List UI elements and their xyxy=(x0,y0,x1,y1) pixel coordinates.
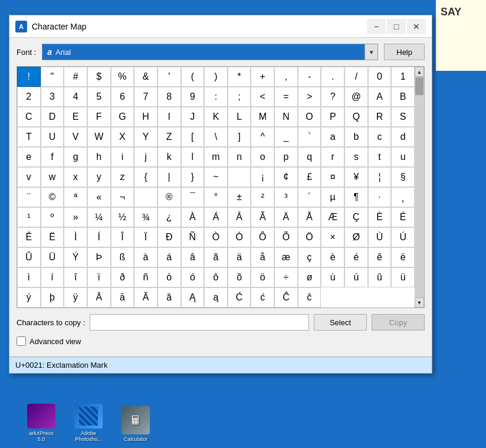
char-cell[interactable]: A xyxy=(368,87,392,107)
char-cell[interactable]: ù xyxy=(321,267,344,287)
char-grid-scrollbar[interactable]: ▲ ▼ xyxy=(415,67,424,308)
char-cell[interactable]: Ö xyxy=(298,227,321,247)
char-cell[interactable]: ` xyxy=(298,127,321,147)
char-cell[interactable]: $ xyxy=(87,67,111,87)
char-cell[interactable]: % xyxy=(111,67,134,87)
char-cell[interactable]: 4 xyxy=(64,87,87,107)
char-cell[interactable]: J xyxy=(181,107,205,127)
char-cell[interactable]: G xyxy=(111,107,134,127)
char-cell[interactable]: õ xyxy=(228,267,251,287)
copy-button[interactable]: Copy xyxy=(372,314,425,331)
char-cell[interactable]: æ xyxy=(274,247,298,267)
char-cell[interactable]: h xyxy=(87,147,111,167)
char-cell[interactable]: Ñ xyxy=(181,227,205,247)
char-cell[interactable]: U xyxy=(41,127,64,147)
char-cell[interactable]: s xyxy=(344,147,368,167)
char-cell[interactable]: F xyxy=(87,107,111,127)
char-cell[interactable]: P xyxy=(321,107,344,127)
char-cell[interactable]: ~ xyxy=(204,167,228,187)
char-cell[interactable]: ¤ xyxy=(321,167,344,187)
char-cell[interactable]: L xyxy=(228,107,251,127)
char-cell[interactable]: ¶ xyxy=(344,187,368,207)
minimize-button[interactable]: − xyxy=(367,19,386,34)
char-cell[interactable]: Ĉ xyxy=(274,287,298,308)
char-cell[interactable]: O xyxy=(298,107,321,127)
char-cell[interactable]: [ xyxy=(181,127,205,147)
char-cell[interactable]: p xyxy=(274,147,298,167)
char-cell[interactable]: i xyxy=(111,147,134,167)
char-cell[interactable]: 2 xyxy=(17,87,41,107)
char-cell[interactable]: b xyxy=(344,127,368,147)
help-button[interactable]: Help xyxy=(384,44,425,60)
char-cell[interactable]: Å xyxy=(298,207,321,227)
char-cell[interactable]: Õ xyxy=(274,227,298,247)
char-cell[interactable]: ½ xyxy=(111,207,134,227)
char-cell[interactable]: Þ xyxy=(87,247,111,267)
maximize-button[interactable]: □ xyxy=(387,19,406,34)
char-cell[interactable]: y xyxy=(87,167,111,187)
char-cell[interactable]: " xyxy=(41,67,64,87)
char-cell[interactable]: Ć xyxy=(228,287,251,308)
char-cell[interactable]: ´ xyxy=(298,187,321,207)
char-cell[interactable]: 9 xyxy=(181,87,205,107)
char-cell[interactable]: _ xyxy=(274,127,298,147)
char-cell[interactable]: / xyxy=(344,67,368,87)
char-cell[interactable]: þ xyxy=(41,287,64,308)
char-cell[interactable]: ý xyxy=(17,287,41,308)
char-cell[interactable]: ÷ xyxy=(274,267,298,287)
char-cell[interactable]: g xyxy=(64,147,87,167)
advanced-view-label[interactable]: Advanced view xyxy=(29,337,81,346)
char-cell[interactable]: Ð xyxy=(157,227,181,247)
char-cell[interactable]: ô xyxy=(204,267,228,287)
char-cell[interactable]: £ xyxy=(298,167,321,187)
char-cell[interactable]: > xyxy=(298,87,321,107)
close-button[interactable]: ✕ xyxy=(407,19,426,34)
char-cell[interactable]: â xyxy=(181,247,205,267)
char-cell[interactable]: ¸ xyxy=(391,187,415,207)
char-cell[interactable]: ã xyxy=(204,247,228,267)
char-cell[interactable]: Ò xyxy=(204,227,228,247)
char-cell[interactable]: Æ xyxy=(321,207,344,227)
char-cell[interactable]: Ý xyxy=(64,247,87,267)
char-cell[interactable] xyxy=(228,167,251,187)
char-cell[interactable]: ê xyxy=(368,247,392,267)
char-cell[interactable]: ó xyxy=(181,267,205,287)
char-cell[interactable]: V xyxy=(64,127,87,147)
char-cell[interactable]: ú xyxy=(344,267,368,287)
char-cell[interactable]: ® xyxy=(157,187,181,207)
char-cell[interactable]: í xyxy=(41,267,64,287)
char-cell[interactable]: D xyxy=(41,107,64,127)
char-cell[interactable]: B xyxy=(391,87,415,107)
char-cell[interactable]: ć xyxy=(251,287,274,308)
char-cell[interactable]: Ï xyxy=(134,227,157,247)
char-cell[interactable]: w xyxy=(41,167,64,187)
char-cell[interactable]: ¯ xyxy=(181,187,205,207)
char-cell[interactable]: d xyxy=(391,127,415,147)
char-cell[interactable]: ð xyxy=(111,267,134,287)
font-combo[interactable]: a Arial ▼ xyxy=(42,44,378,60)
char-cell[interactable]: ¦ xyxy=(368,167,392,187)
char-cell[interactable]: Â xyxy=(228,207,251,227)
char-cell[interactable]: ā xyxy=(111,287,134,308)
char-cell[interactable]: § xyxy=(391,167,415,187)
char-cell[interactable]: K xyxy=(204,107,228,127)
char-cell[interactable]: Ú xyxy=(391,227,415,247)
char-cell[interactable]: I xyxy=(157,107,181,127)
char-cell[interactable]: ! xyxy=(17,67,41,87)
char-cell[interactable]: f xyxy=(41,147,64,167)
taskbar-icon-calculator[interactable]: 🖩 Calculator xyxy=(118,404,153,445)
taskbar-icon-quarkxpress[interactable]: arkXPress5.0 xyxy=(24,404,59,445)
char-cell[interactable]: î xyxy=(64,267,87,287)
char-cell[interactable]: ¾ xyxy=(134,207,157,227)
char-cell[interactable]: Î xyxy=(111,227,134,247)
char-cell[interactable]: j xyxy=(134,147,157,167)
char-cell[interactable]: Ë xyxy=(41,227,64,247)
char-cell[interactable]: 5 xyxy=(87,87,111,107)
char-cell[interactable]: 1 xyxy=(391,67,415,87)
char-cell[interactable]: W xyxy=(87,127,111,147)
char-cell[interactable]: Ø xyxy=(344,227,368,247)
char-cell[interactable]: Á xyxy=(204,207,228,227)
char-cell[interactable]: T xyxy=(17,127,41,147)
char-cell[interactable]: « xyxy=(87,187,111,207)
char-cell[interactable]: © xyxy=(41,187,64,207)
